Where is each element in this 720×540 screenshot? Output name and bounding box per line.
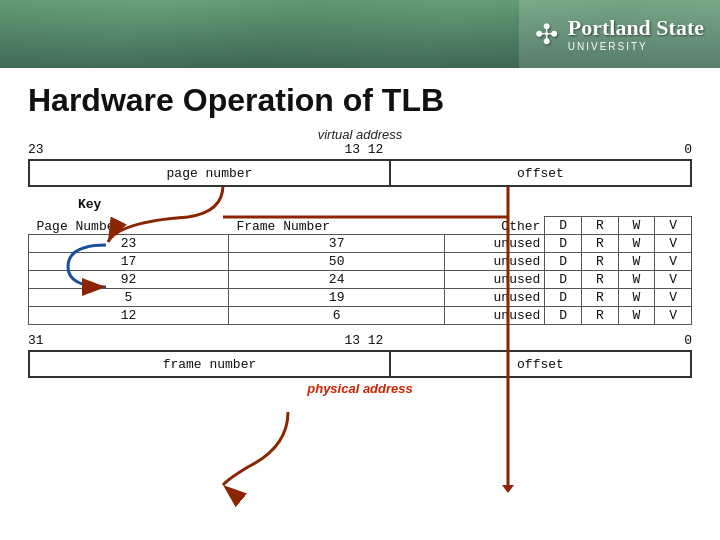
cell-r-3: R — [582, 289, 619, 307]
col-header-d: D — [545, 217, 582, 235]
table-row: 17 50 unused D R W V — [29, 253, 692, 271]
frame-number-box: frame number — [30, 352, 391, 376]
cell-other-4: unused — [445, 307, 545, 325]
cell-r-1: R — [582, 253, 619, 271]
cell-page-2: 92 — [29, 271, 229, 289]
col-header-v: V — [655, 217, 692, 235]
cell-w-4: W — [618, 307, 655, 325]
cell-d-2: D — [545, 271, 582, 289]
physical-address-diagram: 31 13 12 0 frame number offset physical … — [28, 333, 692, 396]
tlb-table: Page Number Frame Number Other D R W V 2… — [28, 216, 692, 325]
university-name-block: Portland State UNIVERSITY — [568, 16, 704, 51]
page-number-box: page number — [30, 161, 391, 185]
main-content: Hardware Operation of TLB — [0, 68, 720, 406]
col-header-w: W — [618, 217, 655, 235]
tlb-table-wrapper: Page Number Frame Number Other D R W V 2… — [28, 216, 692, 325]
cell-v-3: V — [655, 289, 692, 307]
col-header-frame: Frame Number — [228, 217, 445, 235]
header-banner: ✣ Portland State UNIVERSITY — [0, 0, 720, 68]
cell-other-0: unused — [445, 235, 545, 253]
pa-bit-31: 31 — [28, 333, 44, 348]
cell-w-3: W — [618, 289, 655, 307]
cell-frame-4: 6 — [228, 307, 445, 325]
university-sub: UNIVERSITY — [568, 41, 704, 52]
pa-bit-0: 0 — [684, 333, 692, 348]
pa-offset-box: offset — [391, 352, 690, 376]
pa-boxes: frame number offset — [28, 350, 692, 378]
virtual-address-bit-numbers: 23 13 12 0 — [28, 142, 692, 159]
table-row: 5 19 unused D R W V — [29, 289, 692, 307]
cell-v-2: V — [655, 271, 692, 289]
page-title: Hardware Operation of TLB — [28, 82, 692, 119]
cell-w-0: W — [618, 235, 655, 253]
cell-frame-1: 50 — [228, 253, 445, 271]
cell-page-4: 12 — [29, 307, 229, 325]
cell-v-4: V — [655, 307, 692, 325]
university-logo-area: ✣ Portland State UNIVERSITY — [519, 0, 720, 68]
cell-other-3: unused — [445, 289, 545, 307]
bit-23: 23 — [28, 142, 44, 157]
cell-d-4: D — [545, 307, 582, 325]
cell-d-1: D — [545, 253, 582, 271]
cell-page-1: 17 — [29, 253, 229, 271]
cell-other-2: unused — [445, 271, 545, 289]
diagram-container: virtual address 23 13 12 0 page number o… — [28, 127, 692, 396]
svg-marker-6 — [502, 485, 514, 493]
bit-0: 0 — [684, 142, 692, 157]
university-name: Portland State — [568, 16, 704, 40]
cell-frame-3: 19 — [228, 289, 445, 307]
key-label: Key — [78, 197, 101, 212]
cell-r-4: R — [582, 307, 619, 325]
cell-d-3: D — [545, 289, 582, 307]
key-section: Key — [78, 197, 692, 212]
cell-page-3: 5 — [29, 289, 229, 307]
table-header-row: Page Number Frame Number Other D R W V — [29, 217, 692, 235]
table-row: 12 6 unused D R W V — [29, 307, 692, 325]
col-header-page: Page Number — [29, 217, 229, 235]
arrow-overlay — [28, 127, 692, 527]
cell-r-2: R — [582, 271, 619, 289]
virtual-address-diagram: virtual address 23 13 12 0 page number o… — [28, 127, 692, 187]
cell-v-1: V — [655, 253, 692, 271]
virtual-address-boxes: page number offset — [28, 159, 692, 187]
table-row: 23 37 unused D R W V — [29, 235, 692, 253]
table-row: 92 24 unused D R W V — [29, 271, 692, 289]
cell-w-1: W — [618, 253, 655, 271]
col-header-other: Other — [445, 217, 545, 235]
pa-bit-1312: 13 12 — [48, 333, 681, 348]
cell-frame-2: 24 — [228, 271, 445, 289]
cell-v-0: V — [655, 235, 692, 253]
virtual-address-label: virtual address — [28, 127, 692, 142]
col-header-r: R — [582, 217, 619, 235]
va-offset-box: offset — [391, 161, 690, 185]
psu-icon: ✣ — [535, 18, 558, 51]
cell-d-0: D — [545, 235, 582, 253]
pa-bit-numbers: 31 13 12 0 — [28, 333, 692, 350]
cell-r-0: R — [582, 235, 619, 253]
cell-other-1: unused — [445, 253, 545, 271]
bit-1312: 13 12 — [48, 142, 681, 157]
cell-frame-0: 37 — [228, 235, 445, 253]
cell-w-2: W — [618, 271, 655, 289]
physical-address-label: physical address — [28, 381, 692, 396]
cell-page-0: 23 — [29, 235, 229, 253]
